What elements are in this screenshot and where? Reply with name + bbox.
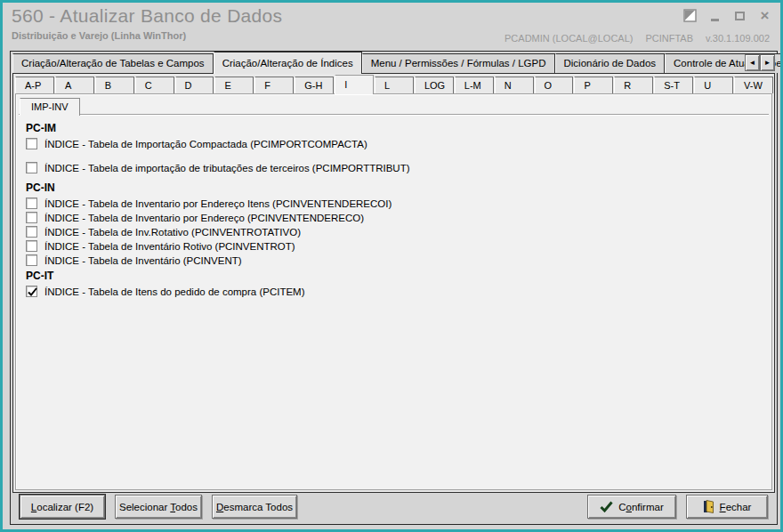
index-row-pcitem[interactable]: ÍNDICE - Tabela de Itens do pedido de co… [26, 285, 769, 298]
tab-letter-o[interactable]: O [535, 77, 574, 93]
page-indices: A-PABCDEFG-HILLOGL-MNOPRS-TUV-W IMP-INV … [12, 73, 775, 493]
door-icon [703, 500, 714, 513]
index-row-pcinventendereco[interactable]: ÍNDICE - Tabela de Inventario por Endere… [26, 211, 769, 224]
tab-row-letters: A-PABCDEFG-HILLOGL-MNOPRS-TUV-W [13, 74, 774, 93]
tab-letter-l-m[interactable]: L-M [455, 77, 494, 93]
minimize-button[interactable] [708, 9, 722, 22]
window-controls: × [683, 9, 771, 22]
tab-criacao-alteracao-de-tabelas-e-campos[interactable]: Criação/Alteração de Tabelas e Campos [12, 53, 214, 73]
checkbox-checked[interactable] [26, 286, 37, 297]
tab-scroll-right-icon[interactable]: ► [760, 54, 775, 71]
checkbox-unchecked[interactable] [26, 138, 37, 149]
index-row-pcinvent[interactable]: ÍNDICE - Tabela de Inventário (PCINVENT) [26, 254, 769, 267]
confirmar-button[interactable]: Confirmar [587, 495, 676, 519]
tab-scroll-left-icon[interactable]: ◄ [745, 54, 760, 71]
tab-letter-b[interactable]: B [95, 77, 134, 93]
title-bar: 560 - Atualizar Banco de Dados Distribui… [3, 3, 780, 48]
checkbox-unchecked[interactable] [26, 226, 37, 238]
session-status: PCADMIN (LOCAL@LOCAL)PCINFTABv.30.1.109.… [492, 33, 770, 44]
footer-right-buttons: ConfirmarFechar [587, 495, 768, 519]
button-label: Confirmar [618, 502, 664, 512]
tab-letter-u[interactable]: U [694, 77, 733, 93]
maximize-button[interactable] [733, 9, 747, 22]
index-row-pcinventrot[interactable]: ÍNDICE - Tabela de Inventário Rotivo (PC… [26, 239, 769, 253]
app-subtitle: Distribuição e Varejo (Linha WinThor) [12, 30, 186, 41]
button-label: Desmarca Todos [216, 502, 293, 512]
tab-letter-p[interactable]: P [574, 77, 613, 93]
tab-letter-f[interactable]: F [254, 77, 294, 93]
tab-letter-s-t[interactable]: S-T [654, 77, 693, 93]
group-header-pc-im: PC-IM [26, 122, 769, 134]
tab-letter-a-p[interactable]: A-P [15, 77, 54, 93]
group-header-pc-in: PC-IN [26, 181, 769, 194]
index-label: ÍNDICE - Tabela de Itens do pedido de co… [44, 286, 305, 297]
button-label: Fechar [720, 502, 752, 512]
main-panel: Criação/Alteração de Tabelas e CamposCri… [10, 51, 778, 525]
index-row-pcinventenderecoi[interactable]: ÍNDICE - Tabela de Inventario por Endere… [26, 197, 769, 210]
tab-dicionario-de-dados[interactable]: Dicionário de Dados [555, 53, 666, 73]
fechar-button[interactable]: Fechar [686, 495, 768, 519]
resize-corner-icon[interactable] [683, 9, 697, 22]
tab-letter-log[interactable]: LOG [415, 77, 454, 93]
tab-scrollers: ◄ ► [745, 54, 775, 71]
group-header-pc-it: PC-IT [26, 270, 769, 282]
tab-sub-imp-inv[interactable]: IMP-INV [20, 98, 80, 116]
tab-letter-v-w[interactable]: V-W [734, 77, 773, 93]
checkbox-unchecked[interactable] [26, 254, 37, 266]
checkbox-unchecked[interactable] [26, 240, 37, 252]
footer-button-bar: Localizar (F2)Selecionar TodosDesmarca T… [11, 490, 777, 524]
tab-letter-l[interactable]: L [375, 77, 414, 93]
check-icon [600, 501, 613, 512]
index-group-pc-in: PC-INÍNDICE - Tabela de Inventario por E… [26, 181, 769, 267]
desmarca-todos-button[interactable]: Desmarca Todos [212, 495, 297, 519]
tab-row-main: Criação/Alteração de Tabelas e CamposCri… [11, 52, 777, 73]
tab-letter-n[interactable]: N [495, 77, 534, 93]
session-user: PCADMIN (LOCAL@LOCAL) [505, 33, 633, 44]
tab-letter-r[interactable]: R [614, 77, 653, 93]
tab-letter-g-h[interactable]: G-H [295, 77, 334, 93]
tab-letter-a[interactable]: A [55, 77, 94, 93]
index-label: ÍNDICE - Tabela de Inv.Rotativo (PCINVEN… [44, 227, 301, 238]
index-row-pcimporttribut[interactable]: ÍNDICE - Tabela de importação de tributa… [26, 161, 769, 174]
tab-criacao-alteracao-de-indices[interactable]: Criação/Alteração de Índices [214, 52, 362, 74]
tab-letter-e[interactable]: E [214, 77, 254, 93]
index-checkbox-list: PC-IMÍNDICE - Tabela de Importação Compa… [19, 114, 769, 487]
index-row-pcimportcompacta[interactable]: ÍNDICE - Tabela de Importação Compactada… [26, 137, 769, 150]
footer-left-buttons: Localizar (F2)Selecionar TodosDesmarca T… [20, 495, 297, 519]
checkbox-unchecked[interactable] [26, 162, 37, 173]
index-label: ÍNDICE - Tabela de Inventário (PCINVENT) [44, 255, 242, 266]
window-560-atualizar-banco-de-dados: { "window": { "title": "560 - Atualizar … [0, 0, 783, 532]
checkbox-unchecked[interactable] [26, 197, 37, 209]
index-label: ÍNDICE - Tabela de Importação Compactada… [44, 139, 367, 149]
localizar-f2-button[interactable]: Localizar (F2) [20, 495, 105, 519]
index-label: ÍNDICE - Tabela de Inventario por Endere… [44, 213, 364, 223]
tab-letter-d[interactable]: D [175, 77, 214, 93]
page-title: 560 - Atualizar Banco de Dados [12, 5, 282, 27]
page-letter-i: IMP-INV PC-IMÍNDICE - Tabela de Importaç… [15, 93, 772, 490]
tab-letter-i[interactable]: I [335, 75, 374, 94]
close-button[interactable]: × [758, 9, 771, 22]
tab-letter-c[interactable]: C [135, 77, 174, 93]
checkbox-unchecked[interactable] [26, 212, 37, 223]
tab-menu-permissoes-formulas-lgpd[interactable]: Menu / Permissões / Fórmulas / LGPD [362, 53, 555, 73]
button-label: Selecionar Todos [119, 502, 198, 512]
index-label: ÍNDICE - Tabela de importação de tributa… [44, 163, 410, 173]
index-label: ÍNDICE - Tabela de Inventario por Endere… [44, 198, 392, 209]
session-version: v.30.1.109.002 [706, 33, 770, 44]
session-module: PCINFTAB [645, 33, 693, 44]
selecionar-todos-button[interactable]: Selecionar Todos [115, 495, 202, 519]
index-row-pcinventrotativo[interactable]: ÍNDICE - Tabela de Inv.Rotativo (PCINVEN… [26, 225, 769, 238]
index-group-pc-im: PC-IMÍNDICE - Tabela de Importação Compa… [26, 122, 769, 174]
tab-row-subgroup: IMP-INV [20, 97, 80, 115]
index-group-pc-it: PC-ITÍNDICE - Tabela de Itens do pedido … [26, 270, 769, 298]
index-label: ÍNDICE - Tabela de Inventário Rotivo (PC… [44, 241, 295, 252]
button-label: Localizar (F2) [31, 502, 93, 512]
